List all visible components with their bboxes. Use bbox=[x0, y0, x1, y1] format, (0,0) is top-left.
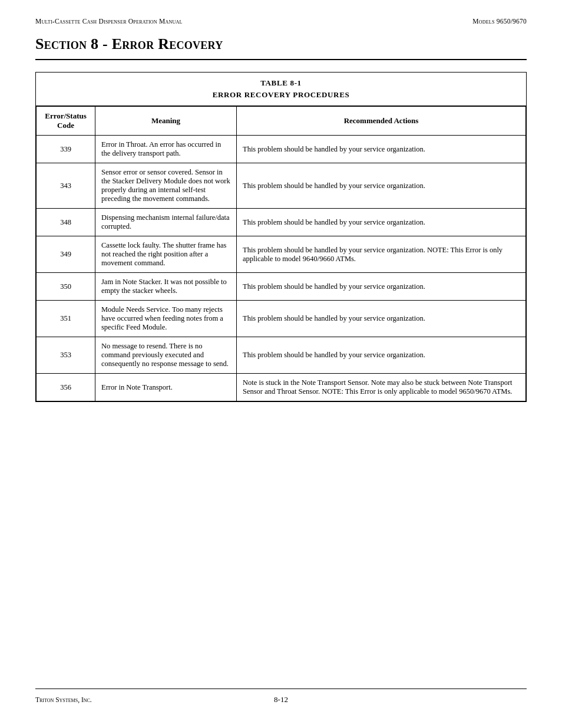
error-table: Error/Status Code Meaning Recommended Ac… bbox=[36, 106, 526, 401]
row-actions-2: This problem should be handled by your s… bbox=[237, 209, 526, 236]
row-meaning-2: Dispensing mechanism internal failure/da… bbox=[95, 209, 237, 236]
col-header-actions: Recommended Actions bbox=[237, 107, 526, 136]
footer: Triton Systems, Inc. 8-12 bbox=[35, 695, 527, 704]
row-meaning-3: Cassette lock faulty. The shutter frame … bbox=[95, 236, 237, 273]
row-meaning-7: Error in Note Transport. bbox=[95, 374, 237, 401]
row-code-3: 349 bbox=[37, 236, 95, 273]
row-meaning-5: Module Needs Service. Too many rejects h… bbox=[95, 301, 237, 337]
row-code-4: 350 bbox=[37, 273, 95, 301]
col-header-meaning: Meaning bbox=[95, 107, 237, 136]
table-row: 356Error in Note Transport.Note is stuck… bbox=[37, 374, 526, 401]
row-actions-6: This problem should be handled by your s… bbox=[237, 337, 526, 374]
header-right: Models 9650/9670 bbox=[472, 18, 527, 25]
table-header-row: Error/Status Code Meaning Recommended Ac… bbox=[37, 107, 526, 136]
table-title-line2: ERROR RECOVERY PROCEDURES bbox=[36, 90, 526, 106]
table-container: TABLE 8-1 ERROR RECOVERY PROCEDURES Erro… bbox=[35, 72, 527, 402]
row-code-7: 356 bbox=[37, 374, 95, 401]
table-row: 348Dispensing mechanism internal failure… bbox=[37, 209, 526, 236]
row-meaning-6: No message to resend. There is no comman… bbox=[95, 337, 237, 374]
row-actions-7: Note is stuck in the Note Transport Sens… bbox=[237, 374, 526, 401]
row-code-5: 351 bbox=[37, 301, 95, 337]
table-body: 339Error in Throat. An error has occurre… bbox=[37, 136, 526, 401]
table-row: 351Module Needs Service. Too many reject… bbox=[37, 301, 526, 337]
header-left: Multi-Cassette Cash Dispenser Operation … bbox=[35, 18, 183, 25]
page-number: 8-12 bbox=[199, 695, 363, 704]
table-row: 350Jam in Note Stacker. It was not possi… bbox=[37, 273, 526, 301]
row-code-6: 353 bbox=[37, 337, 95, 374]
row-actions-0: This problem should be handled by your s… bbox=[237, 136, 526, 163]
table-row: 349Cassette lock faulty. The shutter fra… bbox=[37, 236, 526, 273]
row-code-2: 348 bbox=[37, 209, 95, 236]
section-title: Section 8 - Error Recovery bbox=[35, 35, 527, 53]
row-actions-1: This problem should be handled by your s… bbox=[237, 163, 526, 209]
row-meaning-1: Sensor error or sensor covered. Sensor i… bbox=[95, 163, 237, 209]
table-row: 353No message to resend. There is no com… bbox=[37, 337, 526, 374]
table-row: 339Error in Throat. An error has occurre… bbox=[37, 136, 526, 163]
content-spacer bbox=[35, 414, 527, 689]
row-meaning-0: Error in Throat. An error has occurred i… bbox=[95, 136, 237, 163]
top-rule bbox=[35, 59, 527, 60]
top-header: Multi-Cassette Cash Dispenser Operation … bbox=[35, 18, 527, 25]
col-header-code: Error/Status Code bbox=[37, 107, 95, 136]
row-meaning-4: Jam in Note Stacker. It was not possible… bbox=[95, 273, 237, 301]
row-code-1: 343 bbox=[37, 163, 95, 209]
row-actions-3: This problem should be handled by your s… bbox=[237, 236, 526, 273]
page: Multi-Cassette Cash Dispenser Operation … bbox=[0, 0, 562, 728]
table-title-line1: TABLE 8-1 bbox=[36, 73, 526, 90]
row-actions-5: This problem should be handled by your s… bbox=[237, 301, 526, 337]
row-actions-4: This problem should be handled by your s… bbox=[237, 273, 526, 301]
table-row: 343Sensor error or sensor covered. Senso… bbox=[37, 163, 526, 209]
row-code-0: 339 bbox=[37, 136, 95, 163]
footer-rule bbox=[35, 689, 527, 689]
footer-left: Triton Systems, Inc. bbox=[35, 696, 199, 703]
